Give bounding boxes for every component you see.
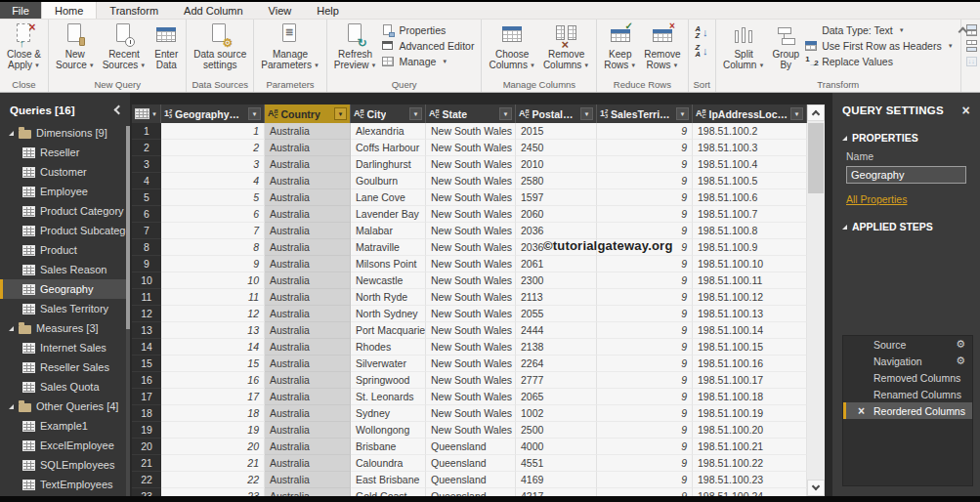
column-header-country[interactable]: ABCCountry▼	[265, 105, 351, 123]
column-filter-button[interactable]: ▼	[676, 107, 689, 120]
sidebar-item-geography[interactable]: Geography	[0, 279, 130, 299]
tab-file[interactable]: File	[0, 2, 41, 19]
scrollbar-thumb[interactable]	[808, 123, 824, 193]
sidebar-item-reseller[interactable]: Reseller	[0, 143, 130, 162]
sidebar-item-employee[interactable]: Employee	[0, 182, 130, 201]
group-by-button[interactable]: GroupBy	[768, 21, 803, 70]
collapse-ribbon-button[interactable]	[957, 24, 970, 36]
row-number[interactable]: 4	[132, 173, 161, 189]
column-filter-button[interactable]: ▼	[790, 107, 803, 120]
applied-step-renamed-columns[interactable]: Renamed Columns	[843, 386, 972, 402]
row-number[interactable]: 8	[132, 239, 161, 256]
new-source-button[interactable]: NewSource▼	[52, 21, 99, 71]
tab-add-column[interactable]: Add Column	[171, 2, 256, 19]
remove-columns-button[interactable]: ×RemoveColumns▼	[539, 21, 593, 71]
gear-icon[interactable]: ⚙	[956, 355, 965, 367]
tab-view[interactable]: View	[256, 2, 305, 19]
row-number[interactable]: 11	[132, 289, 161, 306]
close-and-apply-button[interactable]: ×↑Close &Apply▼	[3, 21, 45, 71]
sidebar-item-sqlemployees[interactable]: SQLEmployees	[0, 455, 130, 475]
row-number[interactable]: 1	[132, 123, 161, 140]
advanced-editor-button[interactable]: Advanced Editor	[382, 40, 474, 52]
sidebar-item-customer[interactable]: Customer	[0, 162, 130, 182]
row-number[interactable]: 16	[132, 372, 161, 389]
delete-step-icon[interactable]: ×	[858, 404, 865, 418]
data-source-settings-button[interactable]: ⚙Data sourcesettings	[190, 21, 250, 70]
expander-triangle-icon[interactable]	[9, 326, 14, 331]
data-type-button[interactable]: Data Type: Text▼	[805, 24, 954, 36]
sidebar-item-other-queries-4[interactable]: Other Queries [4]	[0, 397, 130, 416]
sidebar-item-sales-reason[interactable]: Sales Reason	[0, 260, 130, 279]
column-filter-button[interactable]: ▼	[409, 107, 422, 120]
column-filter-button[interactable]: ▼	[248, 107, 261, 120]
collapse-queries-pane-button[interactable]	[112, 105, 122, 115]
column-header-city[interactable]: ABCCity▼	[351, 105, 426, 123]
sidebar-item-dimensions-9[interactable]: Dimensions [9]	[0, 123, 130, 143]
gear-icon[interactable]: ⚙	[956, 338, 965, 351]
manage-button[interactable]: Manage▼	[382, 56, 474, 67]
column-filter-button[interactable]: ▼	[334, 107, 347, 120]
row-number[interactable]: 9	[132, 256, 161, 272]
scroll-up-button[interactable]	[807, 105, 825, 121]
row-number[interactable]: 19	[132, 422, 161, 439]
sidebar-item-example1[interactable]: Example1	[0, 416, 130, 436]
keep-rows-button[interactable]: ✓KeepRows▼	[600, 21, 640, 71]
column-header-postalcode[interactable]: ABCPostalCode▼	[516, 105, 597, 123]
query-name-input[interactable]	[846, 166, 966, 184]
row-number[interactable]: 2	[132, 140, 161, 156]
row-number[interactable]: 15	[132, 356, 161, 372]
applied-step-source[interactable]: Source⚙	[843, 336, 972, 353]
column-header-state[interactable]: ABCState▼	[426, 105, 516, 123]
replace-values-button[interactable]: 1→2Replace Values	[805, 56, 954, 67]
row-number[interactable]: 18	[132, 405, 161, 422]
row-number[interactable]: 10	[132, 272, 161, 289]
applied-steps-section-header[interactable]: APPLIED STEPS	[832, 215, 980, 237]
applied-step-removed-columns[interactable]: Removed Columns	[843, 369, 972, 386]
sidebar-item-product-category[interactable]: Product Category	[0, 201, 130, 221]
close-icon[interactable]: ×	[962, 105, 970, 115]
sidebar-item-textemployees[interactable]: TextEmployees	[0, 475, 130, 494]
sidebar-item-excelemployee[interactable]: ExcelEmployee	[0, 436, 130, 455]
sidebar-item-measures-3[interactable]: Measures [3]	[0, 318, 130, 338]
column-header-geographykey[interactable]: 123GeographyKey▼	[161, 105, 265, 123]
table-vertical-scrollbar[interactable]	[807, 105, 825, 496]
tab-home[interactable]: Home	[41, 2, 97, 19]
refresh-preview-button[interactable]: ↻RefreshPreview▼	[330, 21, 381, 71]
tab-transform[interactable]: Transform	[97, 2, 171, 19]
sidebar-item-product-subcategory[interactable]: Product Subcategory	[0, 221, 130, 240]
sort-ascending-button[interactable]: AZ↓	[696, 25, 708, 39]
row-number[interactable]: 20	[132, 439, 161, 455]
choose-columns-button[interactable]: ChooseColumns▼	[485, 21, 538, 71]
row-number[interactable]: 5	[132, 189, 161, 206]
scroll-down-button[interactable]	[807, 480, 825, 496]
row-number[interactable]: 17	[132, 389, 161, 405]
sidebar-item-sales-territory[interactable]: Sales Territory	[0, 299, 130, 318]
sidebar-item-sales-quota[interactable]: Sales Quota	[0, 377, 130, 397]
column-filter-button[interactable]: ▼	[580, 107, 593, 120]
select-all-columns-button[interactable]: ▼	[132, 105, 161, 123]
properties-section-header[interactable]: PROPERTIES	[832, 126, 980, 148]
row-number[interactable]: 23	[132, 488, 161, 496]
enter-data-button[interactable]: EnterData	[149, 21, 183, 70]
row-number[interactable]: 22	[132, 472, 161, 488]
recent-sources-button[interactable]: RecentSources▼	[99, 21, 150, 71]
row-number[interactable]: 13	[132, 322, 161, 339]
row-number[interactable]: 21	[132, 455, 161, 472]
column-header-ipaddresslocator[interactable]: ABCIpAddressLocator▼	[693, 105, 807, 123]
sort-descending-button[interactable]: ZA↓	[696, 44, 708, 58]
row-number[interactable]: 14	[132, 339, 161, 356]
expander-triangle-icon[interactable]	[9, 131, 14, 136]
row-number[interactable]: 7	[132, 223, 161, 239]
split-column-button[interactable]: SplitColumn▼	[719, 21, 768, 71]
column-header-salesterritor[interactable]: 123SalesTerritor...▼	[597, 105, 693, 123]
append-queries-button[interactable]: Append Queries▼	[966, 40, 980, 52]
all-properties-link[interactable]: All Properties	[846, 193, 907, 205]
applied-step-reordered-columns[interactable]: ×Reordered Columns	[843, 402, 972, 419]
remove-rows-button[interactable]: ×RemoveRows▼	[640, 21, 684, 71]
sidebar-item-product[interactable]: Product	[0, 240, 130, 260]
row-number[interactable]: 3	[132, 156, 161, 173]
sidebar-item-internet-sales[interactable]: Internet Sales	[0, 338, 130, 357]
applied-step-navigation[interactable]: Navigation⚙	[843, 353, 972, 369]
tab-help[interactable]: Help	[304, 2, 352, 19]
row-number[interactable]: 6	[132, 206, 161, 223]
